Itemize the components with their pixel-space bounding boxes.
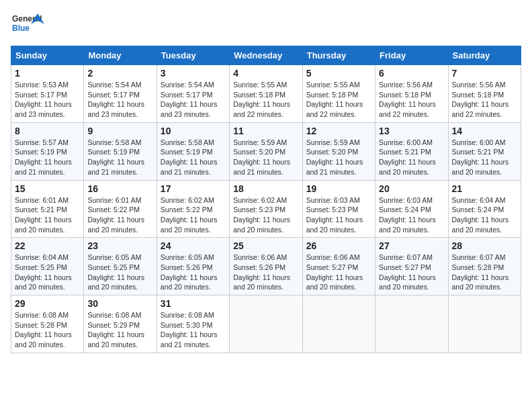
calendar-header-row: SundayMondayTuesdayWednesdayThursdayFrid… (11, 46, 521, 65)
day-number: 3 (161, 68, 226, 79)
calendar-cell: 22Sunrise: 6:04 AM Sunset: 5:25 PM Dayli… (11, 238, 84, 295)
calendar-cell: 23Sunrise: 6:05 AM Sunset: 5:25 PM Dayli… (84, 238, 157, 295)
calendar-cell: 30Sunrise: 6:08 AM Sunset: 5:29 PM Dayli… (84, 295, 157, 353)
day-info: Sunrise: 6:06 AM Sunset: 5:26 PM Dayligh… (233, 253, 298, 292)
day-number: 17 (161, 183, 226, 194)
calendar-cell: 9Sunrise: 5:58 AM Sunset: 5:19 PM Daylig… (84, 122, 157, 180)
calendar-cell: 12Sunrise: 5:59 AM Sunset: 5:20 PM Dayli… (302, 122, 375, 180)
day-info: Sunrise: 5:54 AM Sunset: 5:17 PM Dayligh… (161, 80, 226, 120)
calendar-cell (448, 295, 521, 353)
day-number: 26 (306, 240, 371, 251)
day-number: 15 (15, 183, 80, 194)
day-info: Sunrise: 6:05 AM Sunset: 5:26 PM Dayligh… (161, 253, 226, 292)
calendar-cell: 15Sunrise: 6:01 AM Sunset: 5:21 PM Dayli… (11, 180, 84, 238)
day-info: Sunrise: 6:04 AM Sunset: 5:25 PM Dayligh… (15, 253, 80, 292)
calendar-cell: 4Sunrise: 5:55 AM Sunset: 5:18 PM Daylig… (230, 65, 302, 123)
day-number: 25 (233, 240, 298, 251)
column-header-tuesday: Tuesday (157, 46, 229, 65)
day-number: 6 (379, 68, 444, 79)
day-info: Sunrise: 6:08 AM Sunset: 5:30 PM Dayligh… (161, 310, 226, 350)
day-number: 4 (233, 68, 298, 79)
column-header-thursday: Thursday (302, 46, 375, 65)
day-number: 30 (87, 298, 152, 309)
day-info: Sunrise: 6:05 AM Sunset: 5:25 PM Dayligh… (87, 253, 152, 292)
column-header-sunday: Sunday (11, 46, 84, 65)
day-number: 7 (452, 68, 517, 79)
calendar-cell: 2Sunrise: 5:54 AM Sunset: 5:17 PM Daylig… (84, 65, 157, 123)
calendar-week-row: 22Sunrise: 6:04 AM Sunset: 5:25 PM Dayli… (11, 238, 521, 295)
calendar-cell: 20Sunrise: 6:03 AM Sunset: 5:24 PM Dayli… (375, 180, 448, 238)
day-number: 16 (87, 183, 152, 194)
day-number: 29 (15, 298, 80, 309)
day-info: Sunrise: 5:58 AM Sunset: 5:19 PM Dayligh… (161, 138, 226, 177)
day-info: Sunrise: 6:01 AM Sunset: 5:22 PM Dayligh… (87, 195, 152, 235)
day-number: 10 (161, 126, 226, 136)
column-header-wednesday: Wednesday (230, 46, 302, 65)
day-info: Sunrise: 6:03 AM Sunset: 5:23 PM Dayligh… (306, 195, 371, 235)
day-info: Sunrise: 5:59 AM Sunset: 5:20 PM Dayligh… (306, 138, 371, 177)
day-info: Sunrise: 6:01 AM Sunset: 5:21 PM Dayligh… (15, 195, 80, 235)
day-number: 20 (379, 183, 444, 194)
day-info: Sunrise: 5:58 AM Sunset: 5:19 PM Dayligh… (87, 138, 152, 177)
svg-text:Blue: Blue (12, 24, 30, 33)
day-info: Sunrise: 5:54 AM Sunset: 5:17 PM Dayligh… (87, 80, 152, 120)
day-number: 14 (452, 126, 517, 136)
calendar-week-row: 1Sunrise: 5:53 AM Sunset: 5:17 PM Daylig… (11, 65, 521, 123)
calendar-cell: 29Sunrise: 6:08 AM Sunset: 5:28 PM Dayli… (11, 295, 84, 353)
day-number: 5 (306, 68, 371, 79)
day-number: 11 (233, 126, 298, 136)
calendar-cell: 5Sunrise: 5:55 AM Sunset: 5:18 PM Daylig… (302, 65, 375, 123)
day-info: Sunrise: 6:08 AM Sunset: 5:28 PM Dayligh… (15, 310, 80, 350)
day-number: 2 (87, 68, 152, 79)
calendar-cell: 24Sunrise: 6:05 AM Sunset: 5:26 PM Dayli… (157, 238, 229, 295)
calendar-cell: 17Sunrise: 6:02 AM Sunset: 5:22 PM Dayli… (157, 180, 229, 238)
calendar-cell: 13Sunrise: 6:00 AM Sunset: 5:21 PM Dayli… (375, 122, 448, 180)
day-info: Sunrise: 5:59 AM Sunset: 5:20 PM Dayligh… (233, 138, 298, 177)
calendar-table: SundayMondayTuesdayWednesdayThursdayFrid… (11, 46, 521, 353)
calendar-week-row: 15Sunrise: 6:01 AM Sunset: 5:21 PM Dayli… (11, 180, 521, 238)
calendar-cell: 7Sunrise: 5:56 AM Sunset: 5:18 PM Daylig… (448, 65, 521, 123)
calendar-cell: 28Sunrise: 6:07 AM Sunset: 5:28 PM Dayli… (448, 238, 521, 295)
logo: General Blue (11, 11, 44, 38)
day-info: Sunrise: 6:00 AM Sunset: 5:21 PM Dayligh… (452, 138, 517, 177)
day-info: Sunrise: 6:07 AM Sunset: 5:28 PM Dayligh… (452, 253, 517, 292)
day-number: 24 (161, 240, 226, 251)
calendar-cell: 25Sunrise: 6:06 AM Sunset: 5:26 PM Dayli… (230, 238, 302, 295)
day-info: Sunrise: 6:02 AM Sunset: 5:23 PM Dayligh… (233, 195, 298, 235)
day-number: 21 (452, 183, 517, 194)
calendar-cell: 26Sunrise: 6:06 AM Sunset: 5:27 PM Dayli… (302, 238, 375, 295)
day-info: Sunrise: 6:00 AM Sunset: 5:21 PM Dayligh… (379, 138, 444, 177)
calendar-cell: 19Sunrise: 6:03 AM Sunset: 5:23 PM Dayli… (302, 180, 375, 238)
calendar-cell: 11Sunrise: 5:59 AM Sunset: 5:20 PM Dayli… (230, 122, 302, 180)
calendar-cell: 31Sunrise: 6:08 AM Sunset: 5:30 PM Dayli… (157, 295, 229, 353)
calendar-cell: 18Sunrise: 6:02 AM Sunset: 5:23 PM Dayli… (230, 180, 302, 238)
calendar-cell: 6Sunrise: 5:56 AM Sunset: 5:18 PM Daylig… (375, 65, 448, 123)
calendar-cell (375, 295, 448, 353)
day-info: Sunrise: 5:56 AM Sunset: 5:18 PM Dayligh… (379, 80, 444, 120)
calendar-cell: 1Sunrise: 5:53 AM Sunset: 5:17 PM Daylig… (11, 65, 84, 123)
calendar-cell: 21Sunrise: 6:04 AM Sunset: 5:24 PM Dayli… (448, 180, 521, 238)
day-number: 22 (15, 240, 80, 251)
day-number: 8 (15, 126, 80, 136)
column-header-friday: Friday (375, 46, 448, 65)
day-number: 12 (306, 126, 371, 136)
day-number: 13 (379, 126, 444, 136)
calendar-cell: 14Sunrise: 6:00 AM Sunset: 5:21 PM Dayli… (448, 122, 521, 180)
day-info: Sunrise: 6:06 AM Sunset: 5:27 PM Dayligh… (306, 253, 371, 292)
logo-svg: General Blue (11, 11, 44, 38)
day-number: 27 (379, 240, 444, 251)
day-number: 19 (306, 183, 371, 194)
day-number: 1 (15, 68, 80, 79)
day-info: Sunrise: 5:57 AM Sunset: 5:19 PM Dayligh… (15, 138, 80, 177)
day-info: Sunrise: 5:55 AM Sunset: 5:18 PM Dayligh… (306, 80, 371, 120)
page-header: General Blue (11, 11, 521, 38)
day-number: 23 (87, 240, 152, 251)
day-info: Sunrise: 5:53 AM Sunset: 5:17 PM Dayligh… (15, 80, 80, 120)
column-header-saturday: Saturday (448, 46, 521, 65)
day-info: Sunrise: 6:04 AM Sunset: 5:24 PM Dayligh… (452, 195, 517, 235)
calendar-cell (302, 295, 375, 353)
day-number: 28 (452, 240, 517, 251)
calendar-week-row: 8Sunrise: 5:57 AM Sunset: 5:19 PM Daylig… (11, 122, 521, 180)
calendar-week-row: 29Sunrise: 6:08 AM Sunset: 5:28 PM Dayli… (11, 295, 521, 353)
calendar-cell: 10Sunrise: 5:58 AM Sunset: 5:19 PM Dayli… (157, 122, 229, 180)
